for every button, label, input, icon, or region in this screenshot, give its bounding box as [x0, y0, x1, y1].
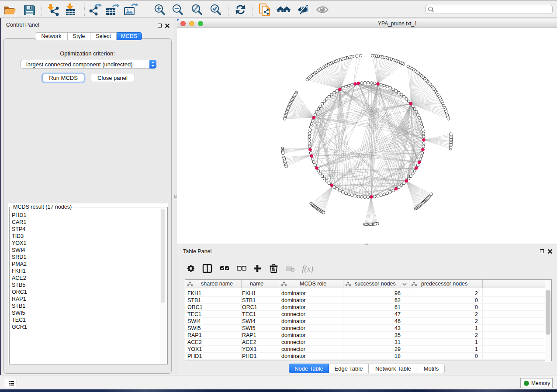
svg-text:f(x): f(x): [302, 264, 313, 274]
